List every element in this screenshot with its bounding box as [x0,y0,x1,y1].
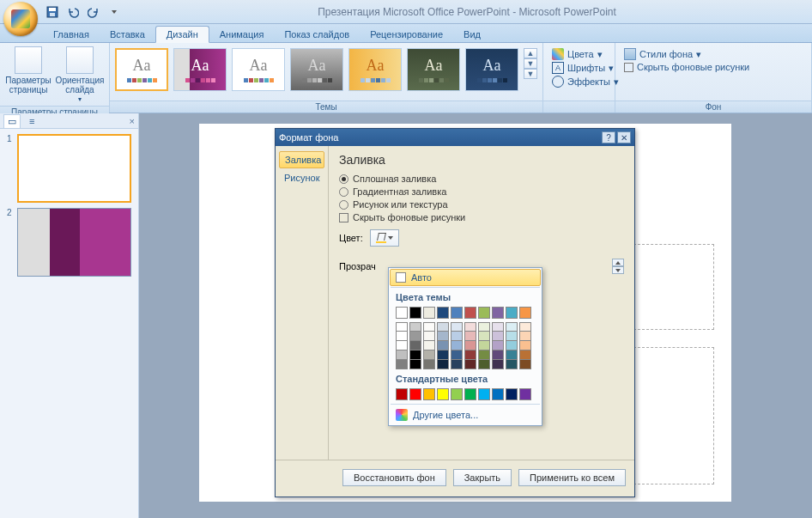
theme-thumb-6[interactable]: Aa [465,48,518,91]
color-swatch[interactable] [464,360,476,369]
color-swatch[interactable] [409,360,421,369]
color-swatch[interactable] [519,360,531,369]
opt-hide-bg[interactable]: Скрыть фоновые рисунки [339,212,624,222]
thumbnails-tab-outline[interactable]: ≡ [26,115,38,127]
theme-scroll-1[interactable]: ▼ [524,58,537,69]
color-swatch[interactable] [437,360,449,369]
color-swatch[interactable] [451,322,463,332]
dialog-close-icon[interactable]: ✕ [617,131,631,143]
color-swatch[interactable] [478,360,490,369]
close-button[interactable]: Закрыть [453,469,512,486]
color-swatch[interactable] [519,332,531,341]
bg-styles-dropdown[interactable]: Стили фона ▾ [624,48,749,60]
dialog-titlebar[interactable]: Формат фона ? ✕ [276,129,634,146]
theme-scroll-2[interactable]: ▼ [524,69,537,79]
color-swatch[interactable] [409,322,421,332]
color-swatch[interactable] [423,388,435,400]
color-swatch[interactable] [423,307,435,319]
opt-gradient[interactable]: Градиентная заливка [339,186,624,197]
color-swatch[interactable] [478,350,490,360]
undo-icon[interactable] [65,4,81,20]
color-swatch[interactable] [396,332,408,341]
color-swatch[interactable] [506,307,518,319]
color-swatch[interactable] [506,341,518,350]
orientation-button[interactable]: Ориентация слайда▾ [55,45,105,106]
color-swatch[interactable] [492,388,504,400]
effects-dropdown[interactable]: Эффекты ▾ [552,76,619,88]
theme-thumb-5[interactable]: Aa [407,48,460,91]
color-swatch[interactable] [396,322,408,332]
dialog-help-icon[interactable]: ? [602,131,615,143]
color-swatch[interactable] [451,350,463,360]
color-swatch[interactable] [396,360,408,369]
color-swatch[interactable] [492,360,504,369]
color-swatch[interactable] [519,341,531,350]
color-swatch[interactable] [519,388,531,400]
color-swatch[interactable] [506,322,518,332]
color-swatch[interactable] [423,360,435,369]
color-swatch[interactable] [464,332,476,341]
dialog-nav-fill[interactable]: Заливка [279,151,324,168]
page-setup-button[interactable]: Параметры страницы [3,45,53,96]
color-swatch[interactable] [464,350,476,360]
color-swatch[interactable] [492,341,504,350]
tab-animation[interactable]: Анимация [209,27,275,42]
hide-bg-checkbox[interactable]: Скрыть фоновые рисунки [624,62,749,72]
dialog-nav-picture[interactable]: Рисунок [279,170,324,186]
popup-auto[interactable]: Авто [390,269,541,286]
color-swatch[interactable] [464,341,476,350]
slide-thumb-1[interactable]: 1 [7,134,131,203]
color-swatch[interactable] [409,307,421,319]
color-swatch[interactable] [451,341,463,350]
popup-more-colors[interactable]: Другие цвета... [391,406,540,424]
color-swatch[interactable] [451,307,463,319]
color-swatch[interactable] [437,332,449,341]
thumbnails-tab-slides[interactable]: ▭ [3,114,21,128]
color-swatch[interactable] [423,350,435,360]
theme-scroll-0[interactable]: ▲ [524,48,537,58]
color-swatch[interactable] [437,322,449,332]
color-swatch[interactable] [437,307,449,319]
color-swatch[interactable] [423,341,435,350]
color-swatch[interactable] [492,307,504,319]
color-swatch[interactable] [506,350,518,360]
redo-icon[interactable] [86,4,101,20]
slide-thumb-2[interactable]: 2 [7,208,131,277]
color-swatch[interactable] [409,388,421,400]
save-icon[interactable] [45,4,60,20]
tab-view[interactable]: Вид [453,27,491,42]
tab-review[interactable]: Рецензирование [360,27,453,42]
color-swatch[interactable] [519,350,531,360]
color-swatch[interactable] [492,332,504,341]
qat-dropdown-icon[interactable] [106,4,122,20]
color-swatch[interactable] [396,350,408,360]
color-swatch[interactable] [396,341,408,350]
color-swatch[interactable] [464,322,476,332]
reset-button[interactable]: Восстановить фон [342,469,446,486]
opt-solid[interactable]: Сплошная заливка [339,174,624,184]
color-swatch[interactable] [396,388,408,400]
color-picker-button[interactable] [370,229,399,247]
theme-thumb-0[interactable]: Aa [115,48,168,91]
theme-thumb-3[interactable]: Aa [290,48,343,91]
color-swatch[interactable] [506,360,518,369]
apply-all-button[interactable]: Применить ко всем [518,469,626,486]
color-swatch[interactable] [423,332,435,341]
color-swatch[interactable] [478,332,490,341]
fonts-dropdown[interactable]: AШрифты ▾ [552,62,619,74]
color-swatch[interactable] [409,350,421,360]
opt-texture[interactable]: Рисунок или текстура [339,199,624,210]
color-swatch[interactable] [437,388,449,400]
color-swatch[interactable] [409,341,421,350]
color-swatch[interactable] [506,332,518,341]
color-swatch[interactable] [437,341,449,350]
color-swatch[interactable] [423,322,435,332]
thumbnails-close-icon[interactable]: × [130,116,135,126]
tab-home[interactable]: Главная [43,27,100,42]
color-swatch[interactable] [478,388,490,400]
color-swatch[interactable] [464,388,476,400]
color-swatch[interactable] [519,322,531,332]
color-swatch[interactable] [451,360,463,369]
color-swatch[interactable] [396,307,408,319]
color-swatch[interactable] [519,307,531,319]
